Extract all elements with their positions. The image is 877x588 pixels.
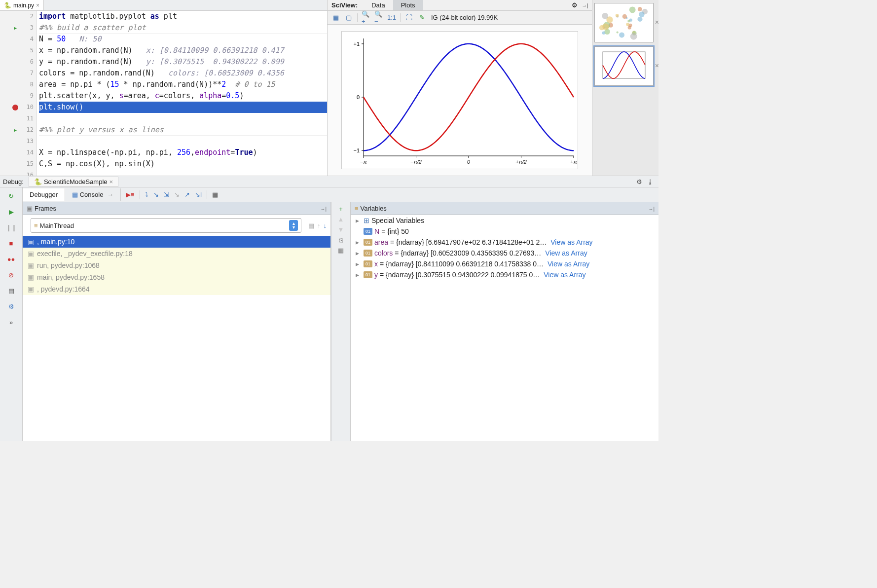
arrow-up-faded-icon[interactable]: ▲ [338, 216, 344, 223]
arrow-down-icon[interactable]: ↓ [324, 222, 327, 229]
picker-icon[interactable]: ✎ [417, 13, 426, 22]
code-line[interactable] [39, 113, 327, 124]
stop-icon[interactable]: ■ [6, 238, 17, 249]
select-all-icon[interactable]: ▦ [331, 13, 340, 22]
step-over-icon[interactable]: ⤵ [145, 191, 148, 198]
code-line[interactable]: import matplotlib.pyplot as plt [39, 11, 327, 22]
arrow-down-faded-icon[interactable]: ▼ [338, 226, 344, 233]
frame-item[interactable]: ▣run, pydevd.py:1068 [23, 259, 330, 271]
plot-canvas[interactable]: −10+1−π−π/20+π/2+π [341, 31, 578, 169]
pin-icon[interactable] [320, 205, 327, 212]
variable-list[interactable]: ▸⊞ Special Variables 01 N = {int} 50▸01 … [351, 215, 658, 441]
python-file-icon: 🐍 [4, 2, 11, 9]
view-as-array-link[interactable]: View as Array [544, 271, 585, 279]
variable-item[interactable]: ▸01 y = {ndarray} [0.3075515 0.94300222 … [351, 269, 658, 280]
svg-text:−π/2: −π/2 [410, 159, 422, 165]
debug-run-config-tab[interactable]: 🐍 ScientificModeSample × [29, 177, 118, 187]
zoom-in-icon[interactable]: 🔍+ [362, 13, 370, 22]
view-as-array-link[interactable]: View as Array [545, 249, 587, 257]
show-execution-point-icon[interactable]: ▶≡ [126, 191, 135, 198]
thread-selector[interactable]: ≡ MainThread ▴▾ [31, 218, 301, 233]
force-step-into-icon[interactable]: ↘ [174, 191, 180, 198]
code-line[interactable]: plt.scatter(x, y, s=area, c=colors, alph… [39, 90, 327, 102]
close-icon[interactable]: × [110, 178, 113, 185]
evaluate-icon[interactable]: ▦ [212, 191, 218, 198]
pause-icon[interactable]: ❙❙ [6, 222, 17, 233]
code-editor[interactable]: 2▶34567891011▶12131415161718 import matp… [0, 11, 327, 176]
code-line[interactable]: colors = np.random.rand(N) colors: [0.60… [39, 68, 327, 79]
code-line[interactable] [39, 136, 327, 147]
close-icon[interactable]: × [655, 18, 658, 26]
view-as-array-link[interactable]: View as Array [548, 260, 589, 268]
code-line[interactable]: y = np.random.rand(N) y: [0.3075515 0.94… [39, 56, 327, 68]
frame-list[interactable]: ▣, main.py:10▣execfile, _pydev_execfile.… [23, 236, 330, 441]
run-cell-icon[interactable]: ▶ [14, 22, 17, 34]
step-out-icon[interactable]: ↗ [184, 191, 190, 198]
plot-thumbnails: × × [592, 0, 658, 176]
gear-icon[interactable] [636, 178, 642, 185]
more-icon[interactable]: » [6, 317, 17, 328]
tab-data[interactable]: Data [364, 0, 393, 10]
code-line[interactable]: X = np.linspace(-np.pi, np.pi, 256,endpo… [39, 147, 327, 158]
frame-item[interactable]: ▣, pydevd.py:1664 [23, 283, 330, 295]
svg-text:+π/2: +π/2 [515, 159, 527, 165]
close-icon[interactable]: × [655, 62, 658, 70]
variable-item[interactable]: 01 N = {int} 50 [351, 226, 658, 237]
zoom-reset-icon[interactable]: 1:1 [387, 13, 396, 22]
view-as-array-link[interactable]: View as Array [550, 238, 592, 246]
code-line[interactable]: plt.show() [39, 102, 327, 113]
variable-item[interactable]: ▸01 x = {ndarray} [0.84110099 0.66391218… [351, 258, 658, 269]
debug-label: Debug: [3, 178, 24, 185]
mute-breakpoints-icon[interactable]: ⊘ [6, 269, 17, 280]
code-line[interactable]: #%% plot y versus x as lines [39, 124, 327, 136]
close-icon[interactable]: × [36, 2, 39, 9]
variable-item[interactable]: ▸01 colors = {ndarray} [0.60523009 0.435… [351, 248, 658, 258]
chevron-updown-icon[interactable]: ▴▾ [289, 220, 298, 231]
run-to-cursor-icon[interactable]: ↘I [195, 191, 202, 198]
resume-icon[interactable]: ▶ [6, 206, 17, 217]
filter-icon[interactable]: ▤ [308, 222, 314, 229]
fit-icon[interactable]: ⛶ [404, 13, 413, 22]
rerun-icon[interactable]: ↻ [6, 190, 17, 201]
run-cell-icon[interactable]: ▶ [14, 124, 17, 136]
variable-item[interactable]: ▸01 area = {ndarray} [6.69417907e+02 6.3… [351, 237, 658, 248]
svg-text:0: 0 [467, 159, 471, 165]
layout-icon[interactable]: ▤ [6, 285, 17, 296]
zoom-out-icon[interactable]: 🔍− [374, 13, 383, 22]
gear-icon[interactable] [572, 1, 578, 9]
tab-console[interactable]: ▤ Console → [65, 188, 121, 201]
step-into-icon[interactable]: ↘ [153, 191, 159, 198]
gear-icon[interactable] [6, 301, 17, 312]
svg-text:−π: −π [360, 159, 367, 165]
tab-debugger[interactable]: Debugger [23, 188, 65, 201]
code-line[interactable]: C,S = np.cos(X), np.sin(X) [39, 158, 327, 170]
svg-point-34 [602, 32, 606, 35]
svg-point-45 [629, 6, 636, 13]
editor-tab-main[interactable]: 🐍 main.py × [0, 0, 44, 10]
select-region-icon[interactable]: ▢ [344, 13, 353, 22]
debug-side-toolbar: ↻ ▶ ❙❙ ■ ●● ⊘ ▤ » [0, 187, 23, 441]
frame-item[interactable]: ▣execfile, _pydev_execfile.py:18 [23, 248, 330, 259]
code-line[interactable]: area = np.pi * (15 * np.random.rand(N))*… [39, 79, 327, 90]
plot-thumbnail-scatter[interactable]: × [594, 3, 654, 42]
code-line[interactable] [39, 170, 327, 176]
breakpoints-icon[interactable]: ●● [6, 254, 17, 264]
code-line[interactable]: #%% build a scatter plot [39, 22, 327, 34]
array-view-icon[interactable]: ▦ [338, 247, 344, 254]
tab-plots[interactable]: Plots [393, 0, 423, 10]
copy-icon[interactable]: ⎘ [339, 236, 343, 244]
step-into-my-code-icon[interactable]: ⇲ [164, 191, 169, 198]
frame-item[interactable]: ▣main, pydevd.py:1658 [23, 271, 330, 283]
pin-icon[interactable] [582, 1, 588, 9]
add-watch-icon[interactable]: + [339, 205, 343, 213]
svg-text:0: 0 [357, 94, 360, 100]
download-icon[interactable]: ⭳ [647, 178, 654, 185]
variable-item[interactable]: ▸⊞ Special Variables [351, 215, 658, 226]
pin-icon[interactable] [648, 205, 655, 212]
breakpoint-icon[interactable] [12, 105, 18, 110]
code-line[interactable]: x = np.random.rand(N) x: [0.84110099 0.6… [39, 45, 327, 56]
arrow-up-icon[interactable]: ↑ [317, 222, 321, 229]
frame-item[interactable]: ▣, main.py:10 [23, 236, 330, 248]
plot-thumbnail-lines[interactable]: × [594, 46, 654, 86]
code-line[interactable]: N = 50 N: 50 [39, 34, 327, 45]
